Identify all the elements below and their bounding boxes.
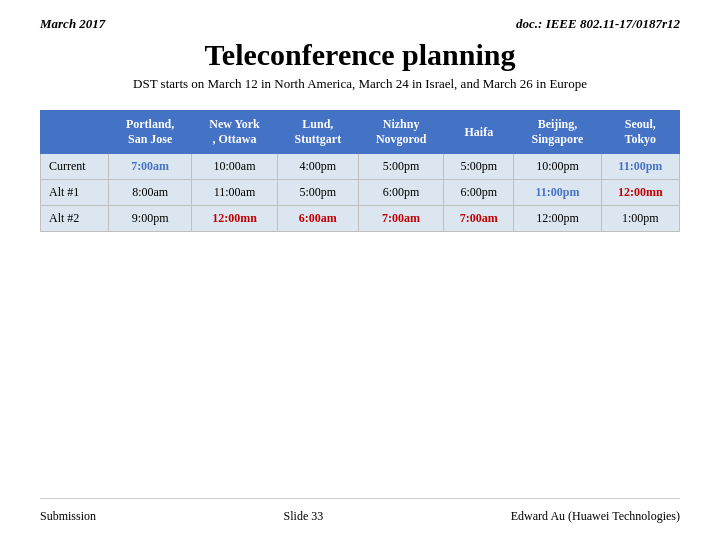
col-header-portland: Portland, San Jose — [109, 111, 192, 154]
col-header-beijing: Beijing, Singapore — [514, 111, 601, 154]
col-header-lund: Lund, Stuttgart — [277, 111, 358, 154]
cell-nizhny: 5:00pm — [358, 154, 444, 180]
cell-haifa: 5:00pm — [444, 154, 514, 180]
table-row: Alt #29:00pm12:00mn6:00am7:00am7:00am12:… — [41, 206, 680, 232]
col-header-label — [41, 111, 109, 154]
cell-haifa: 6:00pm — [444, 180, 514, 206]
header: March 2017 doc.: IEEE 802.11-17/0187r12 — [40, 16, 680, 32]
cell-seoul: 11:00pm — [601, 154, 679, 180]
footer-slide: Slide 33 — [284, 509, 324, 524]
doc-id-label: doc.: IEEE 802.11-17/0187r12 — [516, 16, 680, 32]
page-title: Teleconference planning — [40, 38, 680, 72]
row-label: Alt #2 — [41, 206, 109, 232]
date-label: March 2017 — [40, 16, 105, 32]
cell-portland: 7:00am — [109, 154, 192, 180]
col-header-nizhny: Nizhny Novgorod — [358, 111, 444, 154]
footer-author: Edward Au (Huawei Technologies) — [511, 509, 680, 524]
footer: Submission Slide 33 Edward Au (Huawei Te… — [40, 498, 680, 524]
cell-nizhny: 7:00am — [358, 206, 444, 232]
footer-submission: Submission — [40, 509, 96, 524]
cell-seoul: 1:00pm — [601, 206, 679, 232]
page-subtitle: DST starts on March 12 in North America,… — [40, 76, 680, 92]
table-row: Current7:00am10:00am4:00pm5:00pm5:00pm10… — [41, 154, 680, 180]
row-label: Alt #1 — [41, 180, 109, 206]
cell-nizhny: 6:00pm — [358, 180, 444, 206]
cell-newyork: 11:00am — [192, 180, 278, 206]
cell-lund: 6:00am — [277, 206, 358, 232]
page: March 2017 doc.: IEEE 802.11-17/0187r12 … — [0, 0, 720, 540]
table-row: Alt #18:00am11:00am5:00pm6:00pm6:00pm11:… — [41, 180, 680, 206]
cell-beijing: 11:00pm — [514, 180, 601, 206]
cell-newyork: 12:00mn — [192, 206, 278, 232]
schedule-table: Portland, San Jose New York , Ottawa Lun… — [40, 110, 680, 232]
cell-lund: 5:00pm — [277, 180, 358, 206]
col-header-newyork: New York , Ottawa — [192, 111, 278, 154]
row-label: Current — [41, 154, 109, 180]
cell-beijing: 10:00pm — [514, 154, 601, 180]
col-header-haifa: Haifa — [444, 111, 514, 154]
cell-portland: 8:00am — [109, 180, 192, 206]
cell-seoul: 12:00mn — [601, 180, 679, 206]
cell-portland: 9:00pm — [109, 206, 192, 232]
cell-haifa: 7:00am — [444, 206, 514, 232]
cell-lund: 4:00pm — [277, 154, 358, 180]
col-header-seoul: Seoul, Tokyo — [601, 111, 679, 154]
cell-newyork: 10:00am — [192, 154, 278, 180]
cell-beijing: 12:00pm — [514, 206, 601, 232]
table-header-row: Portland, San Jose New York , Ottawa Lun… — [41, 111, 680, 154]
